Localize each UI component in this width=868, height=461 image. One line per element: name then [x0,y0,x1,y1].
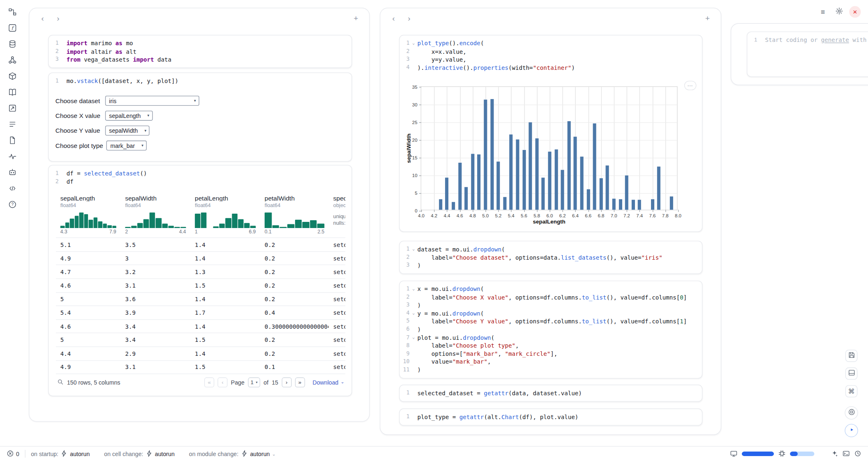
chart-bar [510,134,513,210]
chart-bar [516,139,519,210]
chart-bar [586,189,590,210]
table-row[interactable]: 4.931.40.2setosa [56,251,345,265]
keyboard-shortcuts-button[interactable]: ⌘ [845,385,858,397]
chart-bar [599,178,603,210]
search-icon[interactable] [57,378,64,386]
editor-placeholder: Start coding or generate with AI. [765,37,868,43]
column-header-sepalWidth[interactable]: sepalWidthfloat6424.4 [121,191,191,237]
generate-with-ai-link[interactable]: generate [821,37,849,43]
chart-bar [529,122,532,210]
chart-bar [625,175,628,210]
download-button[interactable]: Download⌄ [312,379,344,385]
panel-layout-button[interactable] [845,367,858,380]
left-icon-rail: f ? [0,0,24,438]
error-count: 0 [16,450,19,457]
chart-output: ⋯ sepalWidth 4.04.24.44.64.85.05.25.45.6… [399,76,702,232]
dataframe-table: sepalLengthfloat644.37.9sepalWidthfloat6… [56,191,345,390]
prev-page-button[interactable]: ‹ [217,377,227,387]
table-header: sepalLengthfloat644.37.9sepalWidthfloat6… [56,191,345,237]
error-indicator[interactable]: 0 [7,449,19,458]
shutdown-button[interactable]: ✕ [849,6,861,18]
dependency-graph-icon[interactable] [7,55,17,65]
column-header-petalLength[interactable]: petalLengthfloat6416.9 [190,191,260,237]
variables-icon[interactable]: f [7,23,17,32]
run-mode-module-change[interactable]: on module change: autorun ⌄ [189,449,276,458]
terminal-icon[interactable] [843,449,850,458]
snippets-icon[interactable] [7,183,17,193]
table-row[interactable]: 5.43.91.70.4setosa [56,306,345,319]
code-editor[interactable]: 1⌄plot_type().encode(2 x=x.value,3 y=y.v… [399,35,702,75]
dropdown-choose-plot-type[interactable]: mark_bar▾ [106,141,147,150]
dropdown-choose-x-value[interactable]: sepalLength▾ [105,111,152,121]
save-button[interactable] [845,350,858,362]
table-row[interactable]: 4.73.21.30.2setosa [56,265,345,278]
table-row[interactable]: 4.63.11.50.2setosa [56,278,345,292]
add-cell-button[interactable]: + [351,13,362,24]
first-page-button[interactable]: « [204,377,214,387]
sparkle-icon[interactable] [831,449,838,458]
column-prev-button[interactable]: ‹ [37,13,48,24]
help-icon[interactable]: ? [7,199,17,209]
code-editor[interactable]: 1⌄x = mo.ui.dropdown(2 label="Choose X v… [399,281,702,378]
column-header-sepalLength[interactable]: sepalLengthfloat644.37.9 [56,191,121,237]
table-row[interactable]: 4.63.41.40.30000000000000004setosa [56,319,345,333]
last-page-button[interactable]: » [295,377,305,387]
chart-bar [651,199,654,210]
chart-bar [606,166,609,210]
gear-icon [835,7,843,17]
column-prev-button[interactable]: ‹ [388,13,399,24]
next-page-button[interactable]: › [282,377,291,387]
packages-icon[interactable] [7,71,17,81]
cell-dataframe: 1df = selected_dataset()2df sepalLengthf… [48,165,352,396]
chart-bar [458,163,462,210]
column-header-species[interactable]: speciesobjectunique: 3nulls: 0 [329,191,345,237]
altair-bar-chart[interactable]: sepalWidth 4.04.24.44.64.85.05.25.45.65.… [399,78,702,226]
tracing-icon[interactable] [7,151,17,161]
code-editor[interactable]: 1selected_dataset = getattr(data, datase… [399,385,702,401]
add-cell-button[interactable]: + [702,13,713,24]
column-header-petalWidth[interactable]: petalWidthfloat640.12.5 [260,191,329,237]
run-all-button[interactable] [845,424,858,437]
code-editor[interactable]: 1import marimo as mo2import altair as al… [49,35,352,67]
bolt-icon [145,449,153,458]
svg-text:?: ? [11,202,14,207]
table-footer: 150 rows, 5 columns « ‹ Page 1▾ of 15 › … [56,373,345,390]
cell-new[interactable]: 1 Start coding or generate with AI. [747,32,868,77]
notebook-menu-button[interactable]: ≡ [817,6,829,18]
settings-button[interactable] [833,6,845,18]
table-row[interactable]: 4.42.91.40.2setosa [56,346,345,360]
clock-icon[interactable] [854,449,861,458]
table-row[interactable]: 5.13.51.40.2setosa [56,237,345,251]
menu-icon: ≡ [821,8,825,16]
code-editor[interactable]: 1plot_type = getattr(alt.Chart(df), plot… [399,409,702,425]
table-row[interactable]: 53.61.40.2setosa [56,292,345,306]
run-mode-startup[interactable]: on startup: autorun [31,449,90,458]
code-editor[interactable]: 1df = selected_dataset()2df [49,166,352,189]
command-icon: ⌘ [848,387,855,395]
chart-bar [638,200,641,210]
document-icon[interactable] [7,135,17,145]
datasources-icon[interactable] [7,39,17,48]
documentation-icon[interactable] [7,87,17,97]
file-tree-icon[interactable] [7,7,17,16]
chart-bar [619,199,622,210]
column-next-button[interactable]: › [404,13,415,24]
dropdown-choose-y-value[interactable]: sepalWidth▾ [105,126,150,136]
dropdown-label: Choose dataset [55,97,102,104]
close-icon: ✕ [853,9,857,15]
code-editor[interactable]: 1⌄dataset = mo.ui.dropdown(2 label="Choo… [399,241,702,273]
svg-text:f: f [11,25,14,31]
table-row[interactable]: 53.41.50.2setosa [56,333,345,346]
scratchpad-icon[interactable] [7,103,17,113]
dropdown-label: Choose plot type [55,142,103,149]
logs-icon[interactable] [7,119,17,129]
interrupt-button[interactable] [845,406,858,420]
table-row[interactable]: 4.93.11.50.1setosa [56,360,345,373]
run-mode-cell-change[interactable]: on cell change: autorun [104,449,174,458]
ai-chat-icon[interactable] [7,167,17,177]
page-select[interactable]: 1▾ [248,377,260,387]
column-next-button[interactable]: › [53,13,64,24]
code-editor[interactable]: 1mo.vstack([dataset, x, y, plot]) [49,73,352,89]
dropdown-choose-dataset[interactable]: iris▾ [105,96,199,106]
chart-bar [439,199,442,210]
